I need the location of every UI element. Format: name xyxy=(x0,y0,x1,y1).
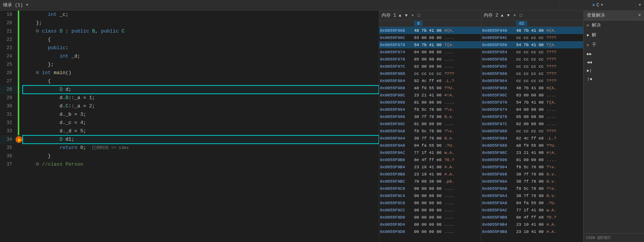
mem1-ascii-12: 0.v. xyxy=(444,115,454,119)
mem1-addr-18: 0x0055F9B0 xyxy=(380,158,414,162)
gutter-21 xyxy=(15,27,23,36)
right-panel-btn7[interactable]: |◀ xyxy=(584,75,644,83)
mem2-ascii-0: H{A. xyxy=(546,28,556,33)
memory-panel-2: 内存 2 ▲ ▼ × □ d2 0x0055F948 48 7b 41 00 H… xyxy=(481,11,583,242)
gutter-30 xyxy=(15,102,23,110)
line-num-32: 32 xyxy=(0,120,15,126)
line-content-36: } xyxy=(23,152,379,160)
right-panel-solve[interactable]: ▷ 解决 xyxy=(584,20,644,30)
mem2-row-8: 0x0055F968 48 7b 41 00 H{A. xyxy=(481,84,583,92)
mem2-maximize[interactable]: □ xyxy=(518,13,523,18)
mem2-addr-1: 0x0055F94C xyxy=(482,36,516,40)
mem2-addr-5: 0x0055F95C xyxy=(482,64,516,69)
code-line-29: 29 d.B::_a = 1; xyxy=(0,94,379,102)
mem2-bytes-6: cc cc cc cc xyxy=(516,71,546,76)
mem2-bytes-19: f8 5c 76 00 xyxy=(516,165,546,169)
line-content-34: D d1; xyxy=(23,135,379,144)
mem2-ascii-24: .?U. xyxy=(546,201,556,205)
mem1-bytes-8: a8 f9 55 00 xyxy=(414,86,444,90)
mem1-close[interactable]: × xyxy=(410,13,415,18)
dropdown-arrow-left[interactable]: ▼ xyxy=(26,3,28,7)
mem2-ascii-11: .... xyxy=(546,107,556,112)
mem2-ascii-5: ???? xyxy=(546,64,556,69)
dropdown-arrow-right[interactable]: ▼ xyxy=(639,3,641,7)
mem1-scroll-up[interactable]: ▲ xyxy=(397,13,402,18)
code-lines: 19 int _c; 20 }; 21 ⊟ class D : public B… xyxy=(0,11,379,242)
mem2-row-21: 0x0055F99A 30 7f 76 00 0.v. xyxy=(481,178,583,185)
mem1-row-11: 0x0055F994 f8 5c 76 00 ?\v. xyxy=(379,106,481,113)
mem1-ascii-1: .... xyxy=(444,36,454,40)
mem2-bytes-2: 54 7b 41 00 xyxy=(516,43,546,47)
line-content-26: ⊟ int main() xyxy=(23,69,379,77)
mem1-row-24: 0x0055F9C8 00 00 00 00 .... xyxy=(379,199,481,206)
mem2-addr-3: 0x0055F954 xyxy=(482,50,516,54)
mem2-row-12: 0x0055F978 05 00 00 00 .... xyxy=(481,113,583,120)
mem2-bytes-7: cc cc cc cc xyxy=(516,79,546,83)
mem2-bytes-23: 30 7f 76 00 xyxy=(516,194,546,198)
mem2-row-22: 0x0055F9A0 f8 5c 76 00 ?\v. xyxy=(481,185,583,192)
mem2-close[interactable]: × xyxy=(512,13,517,18)
mem1-bytes-22: 00 00 00 00 xyxy=(414,186,444,191)
line-num-35: 35 xyxy=(0,145,15,150)
code-line-25: 25 }; xyxy=(0,60,379,69)
memory-panel-1-rows: 0x0055F968 48 7b 41 00 H{A. 0x0055F96C 0… xyxy=(379,27,481,242)
mem1-addr-0: 0x0055F968 xyxy=(380,28,414,33)
dropdown-arrow-center[interactable]: ▼ xyxy=(601,3,603,7)
mem2-ascii-27: #.A. xyxy=(546,222,556,227)
mem1-ascii-8: ??U. xyxy=(444,86,454,90)
mem1-row-3: 0x0055F974 04 00 00 00 .... xyxy=(379,48,481,56)
right-panel-zi[interactable]: ▷ 子 xyxy=(584,40,644,50)
code-line-35: 35 return 0; 已用时间 <= 13ms xyxy=(0,144,379,152)
mem2-ascii-7: ???? xyxy=(546,79,556,83)
mem2-addr-23: 0x0055F9A4 xyxy=(482,194,516,198)
right-panel-btn5[interactable]: ◀◀ xyxy=(584,58,644,67)
mem2-scroll-down[interactable]: ▼ xyxy=(506,13,511,18)
gutter-25 xyxy=(15,60,23,69)
mem2-row-7: 0x0055F964 cc cc cc cc ???? xyxy=(481,77,583,84)
gutter-19 xyxy=(15,11,23,19)
code-line-31: 31 d._b = 3; xyxy=(0,110,379,119)
mem2-row-10: 0x0055F970 54 7b 41 00 T{A. xyxy=(481,99,583,106)
right-panel-close[interactable]: × xyxy=(638,13,641,18)
right-panel-jie[interactable]: ▶ 解 xyxy=(584,30,644,40)
mem1-row-16: 0x0055F9A8 04 fa 55 00 .?U. xyxy=(379,142,481,149)
mem2-scroll-up[interactable]: ▲ xyxy=(500,13,504,18)
mem1-maximize[interactable]: □ xyxy=(416,13,421,18)
mem2-row-15: 0x0055F984 02 4c ff e8 .L.? xyxy=(481,135,583,142)
mem2-ascii-21: 0.v. xyxy=(546,179,556,184)
mem1-row-2: 0x0055F970 54 7b 41 00 T{A. xyxy=(379,41,481,48)
mem2-addr-17: 0x0055F98C xyxy=(482,150,516,155)
top-bar-left: 继承 (1) ▼ xyxy=(0,2,560,8)
mem2-row-13: 0x0055F97C 02 00 00 00 .... xyxy=(481,120,583,127)
line-content-24: int _d; xyxy=(23,52,379,60)
mem1-addr-2: 0x0055F970 xyxy=(380,43,414,47)
mem1-row-5: 0x0055F97C 02 00 00 00 .... xyxy=(379,63,481,70)
line-num-30: 30 xyxy=(0,104,15,109)
code-line-34: 34 D d1; ▶ xyxy=(0,135,379,144)
mem2-bytes-24: 04 fa 55 00 xyxy=(516,201,546,205)
mem2-ascii-3: ???? xyxy=(546,50,556,54)
code-line-28: 28 D d; xyxy=(0,85,379,94)
mem2-addr-12: 0x0055F978 xyxy=(482,115,516,119)
mem1-bytes-20: 23 10 41 00 xyxy=(414,172,444,177)
mem2-bytes-26: 8e 4f ff e8 xyxy=(516,215,546,220)
memory-panel-2-title: 内存 2 xyxy=(484,12,498,19)
mem1-ascii-20: #.A. xyxy=(444,172,454,177)
line-num-31: 31 xyxy=(0,112,15,117)
mem1-row-8: 0x0055F988 a8 f9 55 00 ??U. xyxy=(379,84,481,92)
gutter-24 xyxy=(15,52,23,60)
gutter-26 xyxy=(15,69,23,77)
mem2-ascii-25: w.A. xyxy=(546,208,556,213)
mem1-bytes-4: 05 00 00 00 xyxy=(414,57,444,62)
code-panel: 19 int _c; 20 }; 21 ⊟ class D : public B… xyxy=(0,11,379,242)
right-panel-btn4[interactable]: ▶▶ xyxy=(584,50,644,58)
mem2-addr-21: 0x0055F99A xyxy=(482,179,516,184)
mem2-bytes-20: 30 7f 76 00 xyxy=(516,172,546,177)
right-panel-btn6[interactable]: ▶| xyxy=(584,67,644,75)
mem2-ascii-14: ???? xyxy=(546,129,556,133)
mem1-scroll-down[interactable]: ▼ xyxy=(404,13,409,18)
mem1-ascii-22: .... xyxy=(444,186,454,191)
mem1-row-28: 0x0055F9D8 00 00 00 00 .... xyxy=(379,228,481,235)
mem1-addr-15: 0x0055F9A4 xyxy=(380,136,414,141)
gutter-31 xyxy=(15,110,23,119)
